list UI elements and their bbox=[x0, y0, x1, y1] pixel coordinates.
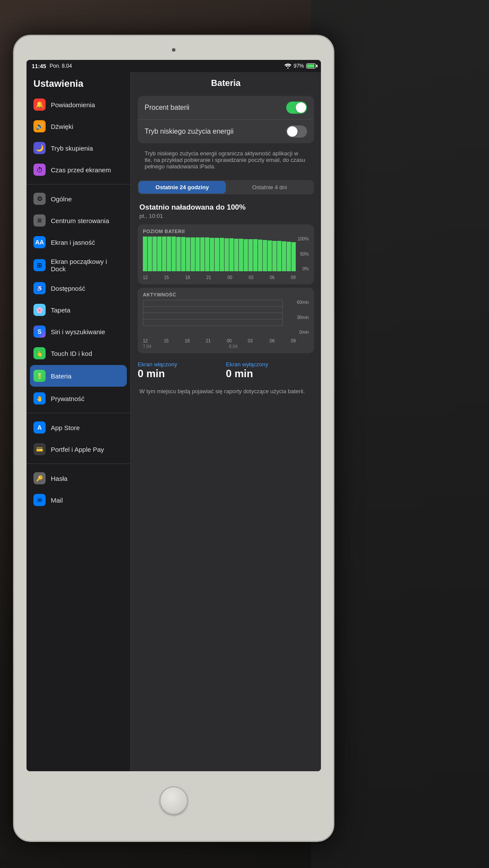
battery-bar bbox=[225, 238, 229, 271]
sidebar-item-dostepnosc[interactable]: ♿ Dostępność bbox=[26, 277, 130, 299]
battery-bar bbox=[162, 237, 166, 271]
sidebar-item-label-app-store: App Store bbox=[51, 424, 80, 431]
sidebar-item-powiadomienia[interactable]: 🔔 Powiadomienia bbox=[26, 94, 130, 115]
battery-bar bbox=[239, 239, 243, 271]
battery-bar bbox=[176, 237, 181, 271]
battery-bar bbox=[143, 237, 147, 271]
sidebar-item-label-dostepnosc: Dostępność bbox=[51, 285, 85, 292]
info-note: W tym miejscu będą pojawiać się raporty … bbox=[131, 383, 321, 404]
tryb-niskiego-toggle[interactable] bbox=[286, 125, 307, 138]
powiadomienia-icon: 🔔 bbox=[33, 99, 46, 111]
battery-bar bbox=[272, 241, 277, 271]
activity-grid-row-2 bbox=[143, 307, 282, 313]
sidebar-item-ogolne[interactable]: ⚙ Ogólne bbox=[26, 188, 130, 210]
battery-bar bbox=[186, 237, 190, 271]
battery-bar bbox=[253, 239, 258, 271]
sidebar-item-czas-ekranu[interactable]: ⏱ Czas przed ekranem bbox=[26, 159, 130, 181]
battery-bar bbox=[248, 239, 253, 271]
activity-x-sublabels: 7.04 8.04 bbox=[143, 343, 309, 349]
dzwieki-icon: 🔊 bbox=[33, 120, 46, 132]
sidebar-item-touch-id[interactable]: 👆 Touch ID i kod bbox=[26, 342, 130, 364]
battery-y-labels: 100% 50% 0% bbox=[297, 237, 309, 271]
activity-y-60: 60min bbox=[297, 300, 309, 305]
status-bar: 11:45 Pon. 8.04 97% bbox=[26, 60, 321, 72]
ipad-screen: 11:45 Pon. 8.04 97% bbox=[26, 60, 321, 771]
tryb-niskiego-note: Tryb niskiego zużycia energii ogranicza … bbox=[138, 147, 314, 175]
mail-icon: ✉ bbox=[33, 494, 46, 506]
sidebar-divider-3 bbox=[26, 464, 130, 464]
czas-ekranu-icon: ⏱ bbox=[33, 164, 46, 176]
battery-bar bbox=[229, 238, 234, 271]
activity-x-labels: 12 15 18 21 00 03 :06 09 bbox=[143, 339, 296, 343]
battery-bar bbox=[234, 239, 238, 271]
sidebar-item-label-prywatnosc: Prywatność bbox=[51, 395, 85, 402]
sidebar-item-hasla[interactable]: 🔑 Hasła bbox=[26, 467, 130, 489]
sidebar-item-label-touch-id: Touch ID i kod bbox=[51, 350, 92, 357]
screen-stats: Ekran włączony 0 min Ekran wyłączony 0 m… bbox=[131, 357, 321, 383]
sidebar-item-label-powiadomienia: Powiadomienia bbox=[51, 101, 95, 108]
sidebar-item-prywatnosc[interactable]: 🤚 Prywatność bbox=[26, 388, 130, 409]
sidebar-item-tapeta[interactable]: 🌸 Tapeta bbox=[26, 299, 130, 321]
ekran-dock-icon: ⊞ bbox=[33, 259, 46, 271]
sidebar-item-portfel[interactable]: 💳 Portfel i Apple Pay bbox=[26, 438, 130, 460]
battery-bar bbox=[287, 242, 291, 271]
screen-on-value: 0 min bbox=[138, 368, 226, 380]
photo-background: 11:45 Pon. 8.04 97% bbox=[0, 0, 489, 868]
tryb-niskiego-label: Tryb niskiego zużycia energii bbox=[145, 128, 234, 135]
sidebar-item-siri[interactable]: S Siri i wyszukiwanie bbox=[26, 321, 130, 342]
sidebar-item-app-store[interactable]: A App Store bbox=[26, 417, 130, 438]
activity-grid-row-4 bbox=[143, 319, 282, 326]
prywatnosc-icon: 🤚 bbox=[33, 392, 46, 404]
activity-y-30: 30min bbox=[297, 315, 309, 320]
sidebar-item-label-dzwieki: Dźwięki bbox=[51, 123, 73, 130]
touch-id-icon: 👆 bbox=[33, 347, 46, 359]
tab-4d[interactable]: Ostatnie 4 dni bbox=[226, 181, 313, 194]
sidebar-item-centrum[interactable]: ≡ Centrum sterowania bbox=[26, 210, 130, 231]
tryb-niskiego-toggle-knob bbox=[287, 126, 297, 137]
battery-chart: 100% 50% 0% 12 15 18 bbox=[143, 237, 309, 280]
sidebar-item-label-siri: Siri i wyszukiwanie bbox=[51, 328, 105, 335]
battery-icon bbox=[306, 63, 316, 69]
battery-bar bbox=[215, 238, 219, 271]
sidebar-item-ekran-jasnosc[interactable]: AA Ekran i jasność bbox=[26, 231, 130, 253]
battery-bar bbox=[191, 237, 195, 271]
sidebar-item-label-portfel: Portfel i Apple Pay bbox=[51, 446, 104, 453]
battery-bar bbox=[152, 237, 157, 271]
sidebar-item-label-mail: Mail bbox=[51, 496, 63, 504]
battery-y-100: 100% bbox=[297, 237, 309, 241]
activity-chart-label: AKTYWNOŚĆ bbox=[143, 292, 309, 297]
battery-bar bbox=[277, 241, 281, 271]
battery-bar bbox=[195, 237, 200, 271]
battery-x-labels: 12 15 18 21 00 03 06 09 bbox=[143, 275, 296, 280]
sidebar-item-ekran-dock[interactable]: ⊞ Ekran początkowy i Dock bbox=[26, 253, 130, 277]
ipad-device: 11:45 Pon. 8.04 97% bbox=[13, 35, 334, 842]
sidebar-item-label-ogolne: Ogólne bbox=[51, 195, 72, 203]
keyboard-background bbox=[311, 0, 489, 868]
main-panel: Bateria Procent baterii Tryb niskiego zu… bbox=[131, 72, 321, 771]
procent-toggle-knob bbox=[296, 102, 306, 113]
screen-on-label: Ekran włączony bbox=[138, 361, 226, 368]
sidebar-item-label-hasla: Hasła bbox=[51, 475, 67, 482]
ipad-camera bbox=[172, 48, 175, 52]
battery-fill bbox=[307, 64, 314, 68]
tab-24h[interactable]: Ostatnie 24 godziny bbox=[139, 181, 226, 194]
sidebar-item-bateria[interactable]: 🔋 Bateria bbox=[30, 365, 127, 387]
battery-bar bbox=[268, 240, 272, 271]
sidebar-item-mail[interactable]: ✉ Mail bbox=[26, 489, 130, 511]
battery-bar bbox=[205, 237, 209, 271]
ipad-home-button[interactable] bbox=[160, 786, 188, 815]
battery-bar bbox=[291, 242, 296, 271]
sidebar-item-label-ekran-jasnosc: Ekran i jasność bbox=[51, 239, 95, 246]
screen-on-stat: Ekran włączony 0 min bbox=[138, 361, 226, 380]
battery-bar bbox=[282, 241, 286, 271]
sidebar-item-label-centrum: Centrum sterowania bbox=[51, 217, 109, 224]
battery-bar bbox=[258, 240, 262, 271]
procent-toggle[interactable] bbox=[286, 102, 307, 114]
skupienie-icon: 🌙 bbox=[33, 142, 46, 154]
sidebar-item-dzwieki[interactable]: 🔊 Dźwięki bbox=[26, 115, 130, 137]
sidebar: Ustawienia 🔔 Powiadomienia 🔊 Dźwięki 🌙 T… bbox=[26, 72, 131, 771]
battery-chart-label: POZIOM BATERII bbox=[143, 229, 309, 234]
sidebar-item-skupienie[interactable]: 🌙 Tryb skupienia bbox=[26, 137, 130, 159]
battery-y-0: 0% bbox=[297, 266, 309, 271]
activity-chart-section: AKTYWNOŚĆ 60min 30min 0min bbox=[138, 288, 314, 353]
